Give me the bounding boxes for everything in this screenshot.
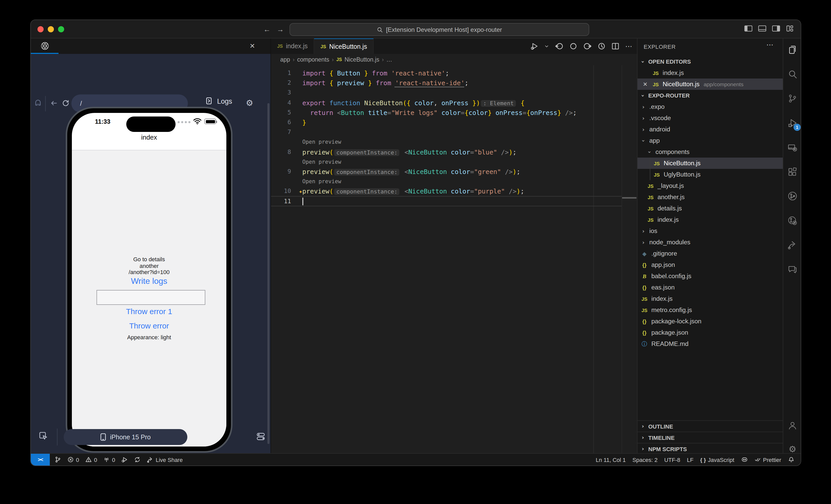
live-share-icon[interactable] [787,240,798,250]
tree-item-eas.json[interactable]: {}eas.json [637,282,783,293]
breadcrumb-item[interactable]: NiceButton.js [344,56,379,63]
tree-item-NiceButton.js[interactable]: JSNiceButton.js [637,157,783,169]
status-item-antenna[interactable]: 0 [104,456,115,463]
history-forward-icon[interactable]: → [277,25,284,33]
tree-item-node_modules[interactable]: ›node_modules [637,237,783,248]
toggle-secondary-sidebar-icon[interactable] [772,25,780,32]
text-input[interactable] [96,290,205,305]
open-editors-section[interactable]: › OPEN EDITORS [637,56,783,67]
nav-circle-icon[interactable] [569,42,577,50]
logs-button[interactable]: Logs [205,97,232,105]
status-item[interactable]: LF [687,456,693,463]
tree-item-.expo[interactable]: ›.expo [637,101,783,112]
status-item-copilot[interactable] [741,456,748,463]
tree-item-another.js[interactable]: JSanother.js [637,191,783,203]
toggle-primary-sidebar-icon[interactable] [744,25,752,32]
throw-error-1-button[interactable]: Throw error 1 [72,307,226,316]
nav-forward-icon[interactable] [583,42,592,50]
customize-layout-icon[interactable] [786,25,794,32]
nav-back-icon[interactable] [555,42,564,50]
another-id-link[interactable]: /another?id=100 [72,269,226,275]
tree-item-_layout.js[interactable]: JS_layout.js [637,180,783,191]
status-item-debug[interactable] [121,456,128,463]
device-selector[interactable]: iPhone 15 Pro [64,429,188,445]
status-item[interactable]: Spaces: 2 [632,456,658,463]
files-icon[interactable] [787,45,798,55]
device-settings-toggles-icon[interactable] [257,432,265,440]
command-center[interactable]: [Extension Development Host] expo-router [289,23,589,36]
outline-section[interactable]: › OUTLINE [637,420,783,432]
tree-item-metro.config.js[interactable]: JSmetro.config.js [637,304,783,316]
status-item-plug[interactable] [54,456,61,463]
gitlens-circle-icon[interactable] [787,215,798,226]
tree-item-.gitignore[interactable]: ◆.gitignore [637,248,783,259]
simulator-settings-icon[interactable]: ⚙ [246,98,253,108]
tree-item-android[interactable]: ›android [637,124,783,135]
codelens-open-preview[interactable]: Open preview [271,177,637,186]
explorer-more-actions-icon[interactable]: ⋯ [766,40,774,49]
tree-item-app[interactable]: ›app [637,135,783,146]
lightbulb-icon[interactable]: ✦ [299,187,302,197]
open-editor-index.js[interactable]: JSindex.js [637,67,783,79]
tree-item-package-lock.json[interactable]: {}package-lock.json [637,316,783,327]
tree-item-index.js[interactable]: JSindex.js [637,293,783,304]
status-item-error-circle[interactable]: 0 [67,456,79,463]
extensions-icon[interactable] [787,167,798,177]
project-circle-icon[interactable] [787,191,798,201]
write-logs-button[interactable]: Write logs [72,277,226,286]
timeline-section[interactable]: › TIMELINE [637,432,783,443]
workspace-root-section[interactable]: › EXPO-ROUTER [637,90,783,101]
history-back-icon[interactable]: ← [263,25,270,33]
reload-icon[interactable] [62,99,70,107]
breadcrumb-item[interactable]: app [280,56,290,63]
run-and-debug-icon[interactable]: 1 [787,118,798,128]
tree-item-.vscode[interactable]: ›.vscode [637,112,783,124]
tree-item-README.md[interactable]: ⓘREADME.md [637,338,783,350]
go-to-details-link[interactable]: Go to details [72,256,226,262]
account-icon[interactable] [787,420,798,431]
editor-tab-index.js[interactable]: JSindex.js [271,38,314,54]
close-editor-icon[interactable]: ✕ [641,81,649,88]
tree-item-details.js[interactable]: JSdetails.js [637,203,783,214]
remote-indicator[interactable]: >< [31,454,50,466]
tree-item-app.json[interactable]: {}app.json [637,259,783,270]
tree-item-components[interactable]: ›components [637,146,783,157]
tree-item-babel.config.js[interactable]: Bbabel.config.js [637,270,783,282]
follow-mode-icon[interactable] [34,99,42,107]
toggle-panel-icon[interactable] [758,25,766,32]
status-item-sync[interactable] [134,456,141,463]
panel-scrollbar[interactable] [267,103,269,444]
breadcrumb-item[interactable]: components [297,56,329,63]
split-editor-icon[interactable] [611,42,620,50]
history-icon[interactable] [598,42,606,50]
tree-item-package.json[interactable]: {}package.json [637,327,783,338]
tree-item-ios[interactable]: ›ios [637,225,783,237]
more-actions-icon[interactable]: ⋯ [625,41,633,51]
element-inspector-icon[interactable] [39,432,47,440]
dropdown-chevron-icon[interactable] [544,43,549,49]
codelens-open-preview[interactable]: Open preview [271,157,637,167]
status-item-live-share[interactable]: Live Share [147,456,183,463]
zoom-window-button[interactable] [58,26,64,32]
nav-back-icon[interactable] [50,99,58,107]
minimize-window-button[interactable] [48,26,54,32]
status-item-braces[interactable]: { }JavaScript [700,456,734,463]
open-editor-NiceButton.js[interactable]: ✕JSNiceButton.jsapp/components [637,79,783,90]
status-item-warning-triangle[interactable]: 0 [85,456,97,463]
breadcrumb-item[interactable]: … [386,56,392,63]
search-icon[interactable] [787,69,798,80]
status-item-double-check[interactable]: Prettier [754,456,781,463]
npm-scripts-section[interactable]: › NPM SCRIPTS [637,443,783,454]
throw-error-button[interactable]: Throw error [72,321,226,330]
status-item-bell[interactable] [788,456,795,463]
editor-tab-NiceButton.js[interactable]: JSNiceButton.js [314,38,374,54]
run-and-debug-icon[interactable] [530,42,539,50]
another-link[interactable]: another [72,263,226,269]
status-item[interactable]: Ln 11, Col 1 [596,456,626,463]
radon-ide-tab[interactable] [31,38,58,54]
code-area[interactable]: 1import { Button } from 'react-native';2… [271,65,637,453]
tree-item-UglyButton.js[interactable]: JSUglyButton.js [637,169,783,180]
comment-icon[interactable] [787,264,798,274]
tree-item-index.js[interactable]: JSindex.js [637,214,783,225]
source-control-icon[interactable] [787,93,798,104]
